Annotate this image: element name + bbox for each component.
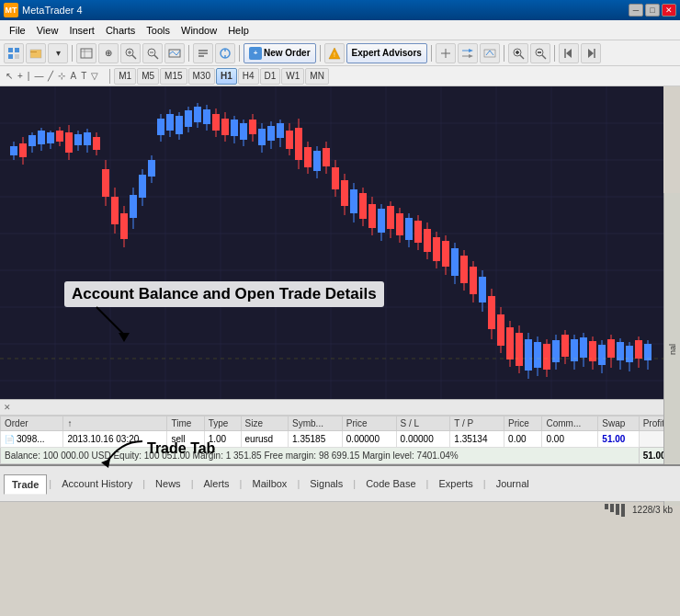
svg-rect-127: [286, 131, 293, 149]
toolbar-nav-right[interactable]: [581, 43, 601, 63]
toolbar-zoom-chart[interactable]: [164, 43, 185, 63]
toolbar-sep-7: [554, 45, 555, 62]
menu-help[interactable]: Help: [222, 23, 255, 38]
tf-d1[interactable]: D1: [260, 68, 281, 85]
svg-rect-143: [359, 193, 367, 219]
svg-rect-187: [561, 335, 569, 357]
svg-rect-113: [221, 119, 229, 135]
tab-signals[interactable]: Signals: [301, 473, 351, 494]
toolbar-profiles[interactable]: [76, 43, 96, 63]
tf-w1[interactable]: W1: [281, 68, 304, 85]
terminal-close-btn[interactable]: ✕: [4, 403, 11, 412]
toolbar-crosshair[interactable]: ⊕: [98, 43, 119, 63]
svg-rect-4: [30, 50, 41, 58]
signal-bar-2: [610, 504, 614, 512]
toolbar-chart-shift[interactable]: [458, 43, 478, 63]
toolbar-autoscroll[interactable]: [480, 43, 500, 63]
close-button[interactable]: ✕: [662, 4, 676, 17]
tab-alerts[interactable]: Alerts: [195, 473, 237, 494]
expert-icon[interactable]: !: [324, 43, 345, 63]
maximize-button[interactable]: □: [645, 4, 660, 17]
tab-news[interactable]: News: [147, 473, 189, 494]
status-info: 1228/3 kb: [632, 505, 673, 515]
toolbar-btn-dropdown[interactable]: ▾: [48, 43, 68, 63]
tf-sep-0: [109, 69, 110, 84]
svg-rect-77: [56, 131, 63, 142]
tab-mailbox[interactable]: Mailbox: [244, 473, 295, 494]
text-tool[interactable]: A: [68, 71, 78, 81]
tf-mn[interactable]: MN: [305, 68, 329, 85]
trendline-tool[interactable]: ╱: [46, 71, 55, 81]
tab-journal[interactable]: Journal: [488, 473, 538, 494]
tf-h4[interactable]: H4: [238, 68, 259, 85]
tf-h1[interactable]: H1: [216, 68, 237, 85]
menu-insert[interactable]: Insert: [63, 23, 100, 38]
menu-window[interactable]: Window: [176, 23, 222, 38]
toolbar-indicators[interactable]: [215, 43, 235, 63]
chart-area[interactable]: Account Balance and Open Trade Details: [0, 86, 663, 399]
svg-rect-179: [525, 339, 532, 371]
toolbar-magnify-plus[interactable]: [508, 43, 528, 63]
svg-marker-42: [566, 49, 572, 58]
crosshair-tool[interactable]: +: [16, 71, 25, 81]
cell-order: 📄 3098...: [1, 431, 63, 448]
app-icon: MT: [4, 3, 18, 17]
trade-tab-arrow: [92, 437, 156, 472]
svg-rect-20: [198, 50, 208, 51]
svg-rect-2: [8, 54, 13, 59]
tab-trade[interactable]: Trade: [4, 474, 47, 495]
col-sort[interactable]: ↑: [63, 416, 167, 431]
title-bar-buttons: ─ □ ✕: [629, 4, 676, 17]
toolbar-new-chart[interactable]: [4, 43, 24, 63]
vline-tool[interactable]: |: [26, 71, 32, 81]
menu-view[interactable]: View: [31, 23, 64, 38]
tab-experts[interactable]: Experts: [430, 473, 481, 494]
toolbar-zoom-out[interactable]: [142, 43, 163, 63]
menu-charts[interactable]: Charts: [100, 23, 141, 38]
toolbar-period-sep[interactable]: [436, 43, 456, 63]
tf-m5[interactable]: M5: [137, 68, 159, 85]
svg-rect-147: [378, 209, 385, 233]
hline-tool[interactable]: —: [32, 71, 45, 81]
new-order-button[interactable]: + New Order: [244, 43, 316, 63]
signal-bar-4: [621, 504, 625, 517]
svg-rect-139: [341, 180, 348, 206]
toolbar-open[interactable]: [26, 43, 46, 63]
menu-tools[interactable]: Tools: [141, 23, 176, 38]
tf-m1[interactable]: M1: [114, 68, 136, 85]
tab-codebase[interactable]: Code Base: [357, 473, 424, 494]
svg-rect-193: [589, 341, 596, 361]
svg-rect-155: [414, 221, 422, 243]
toolbar-magnify-minus[interactable]: [530, 43, 550, 63]
minimize-button[interactable]: ─: [629, 4, 643, 17]
toolbar-sep-2: [188, 45, 189, 62]
svg-rect-69: [19, 143, 27, 157]
side-panel[interactable]: nal: [663, 193, 680, 506]
toolbar-properties[interactable]: [193, 43, 213, 63]
col-swap: Swap: [598, 416, 639, 431]
svg-rect-71: [28, 135, 36, 146]
svg-line-17: [169, 51, 173, 54]
svg-rect-67: [10, 146, 17, 155]
signal-bars: [605, 504, 625, 517]
toolbar-nav-left[interactable]: [559, 43, 579, 63]
svg-marker-208: [119, 333, 130, 342]
svg-rect-5: [30, 51, 37, 52]
shape-tool[interactable]: ▽: [89, 71, 100, 81]
svg-rect-73: [38, 131, 45, 144]
menu-file[interactable]: File: [4, 23, 31, 38]
pitchfork-tool[interactable]: ⊹: [56, 71, 67, 81]
svg-rect-1: [15, 48, 19, 52]
toolbar-zoom-in[interactable]: [120, 43, 141, 63]
label-tool[interactable]: T: [79, 71, 88, 81]
tab-account-history[interactable]: Account History: [53, 473, 141, 494]
cursor-tool[interactable]: ↖: [4, 71, 15, 81]
svg-line-14: [154, 55, 158, 59]
svg-rect-141: [350, 189, 357, 213]
bottom-annotation: Trade Tab Trade | Account History | News…: [0, 464, 680, 501]
tf-m15[interactable]: M15: [160, 68, 187, 85]
expert-advisors-button[interactable]: Expert Advisors: [346, 43, 427, 63]
svg-rect-109: [203, 109, 210, 124]
tf-m30[interactable]: M30: [188, 68, 215, 85]
svg-rect-195: [598, 345, 606, 365]
